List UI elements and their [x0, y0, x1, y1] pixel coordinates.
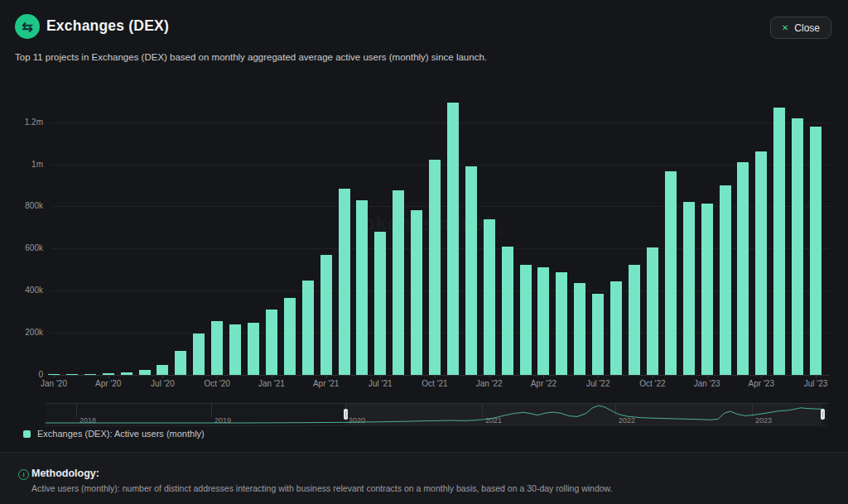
x-axis-label: Oct '20 [192, 379, 242, 388]
minimap-handle-left[interactable] [344, 409, 348, 420]
chart-bar-Jan 2022[interactable] [484, 219, 495, 375]
legend-label: Exchanges (DEX): Active users (monthly) [37, 429, 205, 439]
chart-bar-Jul 2023[interactable] [810, 127, 822, 375]
x-axis-tick [326, 376, 327, 378]
x-axis-tick [380, 376, 381, 378]
chart-bar-May 2021[interactable] [339, 189, 350, 375]
chart-bar-Apr 2023[interactable] [755, 151, 767, 375]
handle-grip [345, 411, 346, 417]
x-axis-label: Jan '21 [247, 379, 296, 388]
chart-bar-Mar 2022[interactable] [520, 265, 532, 375]
gridline [51, 290, 830, 291]
chart-bar-Feb 2022[interactable] [502, 247, 513, 375]
info-icon: i [18, 469, 29, 480]
x-axis-tick [162, 376, 163, 378]
chart-bar-Jun 2021[interactable] [356, 200, 368, 375]
x-axis-tick [272, 376, 272, 378]
x-axis-label: Jul '22 [573, 379, 623, 388]
chart-bar-Nov 2020[interactable] [229, 324, 241, 375]
x-axis-label: Oct '21 [410, 379, 460, 388]
gridline [51, 333, 830, 334]
chart-bar-Sep 2022[interactable] [629, 265, 640, 375]
x-axis-tick [653, 376, 653, 378]
chart-bar-Aug 2020[interactable] [175, 351, 186, 375]
chart-bar-Oct 2020[interactable] [211, 321, 223, 375]
chart-bar-Aug 2021[interactable] [393, 190, 404, 375]
chart-bar-Jan 2021[interactable] [266, 310, 277, 375]
x-axis-label: Jan '20 [29, 379, 79, 388]
chart-bar-Apr 2020[interactable] [103, 373, 114, 375]
chart-bar-Nov 2021[interactable] [447, 103, 459, 375]
x-axis-label: Oct '22 [628, 379, 677, 388]
x-axis-tick [707, 376, 708, 378]
methodology-section: i Methodology: Active users (monthly): n… [0, 453, 848, 504]
chart-bar-Oct 2021[interactable] [429, 160, 441, 375]
chart-bar-May 2023[interactable] [773, 108, 785, 375]
y-axis-label: 0 [2, 370, 43, 379]
x-axis-label: Jan '23 [682, 379, 732, 388]
gridline [51, 122, 830, 123]
chart-bar-Feb 2020[interactable] [66, 374, 78, 375]
chart-bar-Oct 2022[interactable] [647, 247, 658, 375]
chart-bar-Sep 2021[interactable] [411, 210, 422, 375]
x-axis-label: Apr '23 [736, 379, 786, 388]
x-axis-label: Jul '20 [137, 379, 187, 388]
x-axis-tick [54, 376, 55, 378]
x-axis-label: Jan '22 [465, 379, 514, 388]
x-axis-tick [816, 376, 817, 378]
chart-bar-Sep 2020[interactable] [193, 334, 205, 375]
methodology-body: Active users (monthly): number of distin… [31, 483, 613, 493]
x-axis-tick [108, 376, 109, 378]
legend-swatch [23, 430, 31, 438]
y-axis-label: 400k [2, 286, 43, 295]
x-axis-label: Apr '21 [301, 379, 351, 388]
chart-bar-Jan 2020[interactable] [48, 374, 60, 375]
x-axis-tick [435, 376, 436, 378]
x-axis-label: Jul '21 [355, 379, 405, 388]
gridline [51, 248, 830, 249]
gridline [51, 375, 830, 376]
x-axis-tick [598, 376, 599, 378]
x-axis-label: Apr '22 [518, 379, 568, 388]
exchanges-dex-dialog: ⇆ Exchanges (DEX) ✕ Close Top 11 project… [0, 0, 848, 504]
chart-bar-Dec 2022[interactable] [683, 202, 695, 375]
x-axis-tick [543, 376, 544, 378]
chart-bar-May 2020[interactable] [121, 372, 132, 375]
chart-bar-Feb 2023[interactable] [720, 185, 731, 375]
chart-bar-Jul 2021[interactable] [374, 232, 386, 375]
legend-item[interactable]: Exchanges (DEX): Active users (monthly) [23, 429, 205, 439]
chart-bar-Jun 2020[interactable] [139, 370, 151, 375]
chart-bar-Mar 2021[interactable] [302, 281, 314, 375]
chart-bar-Apr 2022[interactable] [537, 267, 549, 375]
x-axis-label: Apr '20 [84, 379, 133, 388]
chart-bar-Nov 2022[interactable] [665, 171, 677, 375]
y-axis-label: 1.2m [2, 118, 43, 127]
chart-bar-Mar 2020[interactable] [84, 374, 96, 375]
timeline-brush[interactable]: 201820192020202120222023 [46, 403, 828, 426]
x-axis-tick [761, 376, 762, 378]
x-axis-tick [489, 376, 490, 378]
minimap-handle-right[interactable] [821, 409, 825, 420]
methodology-title: Methodology: [31, 468, 99, 479]
chart-bar-Jan 2023[interactable] [701, 204, 713, 375]
chart-bar-Apr 2021[interactable] [320, 255, 332, 375]
chart-bar-Aug 2022[interactable] [610, 281, 622, 375]
gridline [51, 165, 830, 166]
chart-bar-Jun 2022[interactable] [574, 283, 585, 375]
chart-bar-May 2022[interactable] [556, 272, 567, 375]
y-axis-label: 1m [2, 160, 43, 169]
x-axis-tick [217, 376, 218, 378]
gridline [51, 206, 830, 207]
chart-bar-Jun 2023[interactable] [792, 118, 803, 375]
chart-bar-Feb 2021[interactable] [284, 298, 296, 375]
y-axis-label: 600k [2, 243, 43, 252]
handle-grip [822, 411, 823, 417]
chart-bar-Mar 2023[interactable] [737, 162, 749, 375]
y-axis-label: 200k [2, 328, 43, 337]
chart-bar-Dec 2020[interactable] [248, 323, 259, 375]
chart-bar-Dec 2021[interactable] [465, 166, 477, 375]
chart-bar-Jul 2022[interactable] [592, 294, 604, 375]
x-axis-label: Jul '23 [791, 379, 841, 388]
y-axis-label: 800k [2, 201, 43, 210]
chart-bar-Jul 2020[interactable] [157, 365, 168, 375]
